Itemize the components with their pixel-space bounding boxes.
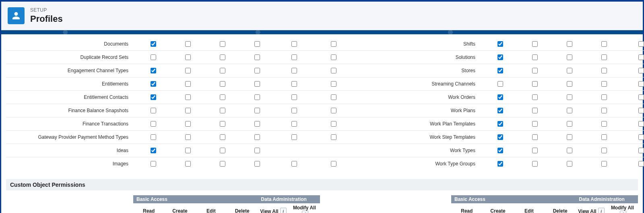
permission-checkbox[interactable] <box>220 134 225 140</box>
permission-checkbox[interactable] <box>151 81 156 87</box>
permission-checkbox[interactable] <box>151 94 156 100</box>
permission-checkbox[interactable] <box>497 81 503 87</box>
permission-checkbox[interactable] <box>185 161 191 167</box>
permission-checkbox[interactable] <box>291 121 297 127</box>
permission-checkbox[interactable] <box>291 41 297 47</box>
permission-checkbox[interactable] <box>532 68 538 73</box>
permission-checkbox[interactable] <box>331 108 336 113</box>
permission-checkbox[interactable] <box>220 161 225 167</box>
permission-checkbox[interactable] <box>291 54 297 60</box>
permission-checkbox[interactable] <box>567 94 572 100</box>
permission-checkbox[interactable] <box>254 134 260 140</box>
permission-checkbox[interactable] <box>151 108 156 113</box>
permission-checkbox[interactable] <box>331 134 336 140</box>
permission-checkbox[interactable] <box>497 108 503 113</box>
permission-checkbox[interactable] <box>220 121 225 127</box>
permission-checkbox[interactable] <box>185 41 191 47</box>
permission-checkbox[interactable] <box>220 148 225 153</box>
permission-checkbox[interactable] <box>220 54 225 60</box>
permission-checkbox[interactable] <box>291 161 297 167</box>
permission-checkbox[interactable] <box>532 108 538 113</box>
permission-checkbox[interactable] <box>254 94 260 100</box>
permission-checkbox[interactable] <box>331 68 336 73</box>
permission-checkbox[interactable] <box>220 41 225 47</box>
permission-checkbox[interactable] <box>567 108 572 113</box>
permission-checkbox[interactable] <box>291 94 297 100</box>
permission-checkbox[interactable] <box>185 134 191 140</box>
permission-checkbox[interactable] <box>254 108 260 113</box>
permission-checkbox[interactable] <box>254 41 260 47</box>
permission-checkbox[interactable] <box>638 148 644 153</box>
permission-checkbox[interactable] <box>291 81 297 87</box>
permission-checkbox[interactable] <box>638 121 644 127</box>
permission-checkbox[interactable] <box>601 81 607 87</box>
permission-checkbox[interactable] <box>185 94 191 100</box>
permission-checkbox[interactable] <box>220 94 225 100</box>
permission-checkbox[interactable] <box>497 134 503 140</box>
permission-checkbox[interactable] <box>638 94 644 100</box>
info-icon[interactable]: i <box>280 208 287 213</box>
permission-checkbox[interactable] <box>331 161 336 167</box>
permission-checkbox[interactable] <box>601 54 607 60</box>
permission-checkbox[interactable] <box>638 108 644 113</box>
permission-checkbox[interactable] <box>638 41 644 47</box>
permission-checkbox[interactable] <box>331 121 336 127</box>
permission-checkbox[interactable] <box>532 94 538 100</box>
permission-checkbox[interactable] <box>532 54 538 60</box>
permission-checkbox[interactable] <box>220 68 225 73</box>
permission-checkbox[interactable] <box>185 148 191 153</box>
permission-checkbox[interactable] <box>185 81 191 87</box>
permission-checkbox[interactable] <box>151 68 156 73</box>
permission-checkbox[interactable] <box>291 108 297 113</box>
permission-checkbox[interactable] <box>185 108 191 113</box>
permission-checkbox[interactable] <box>532 41 538 47</box>
permission-checkbox[interactable] <box>497 41 503 47</box>
permission-checkbox[interactable] <box>291 134 297 140</box>
permission-checkbox[interactable] <box>151 161 156 167</box>
permission-checkbox[interactable] <box>601 108 607 113</box>
permission-checkbox[interactable] <box>567 121 572 127</box>
permission-checkbox[interactable] <box>567 68 572 73</box>
permission-checkbox[interactable] <box>567 148 572 153</box>
permission-checkbox[interactable] <box>151 54 156 60</box>
permission-checkbox[interactable] <box>254 148 260 153</box>
permission-checkbox[interactable] <box>185 54 191 60</box>
permission-checkbox[interactable] <box>497 94 503 100</box>
permission-checkbox[interactable] <box>567 81 572 87</box>
permission-checkbox[interactable] <box>567 41 572 47</box>
permission-checkbox[interactable] <box>567 134 572 140</box>
info-icon[interactable]: i <box>302 211 308 213</box>
permission-checkbox[interactable] <box>601 41 607 47</box>
permission-checkbox[interactable] <box>601 134 607 140</box>
permission-checkbox[interactable] <box>601 68 607 73</box>
permission-checkbox[interactable] <box>601 148 607 153</box>
permission-checkbox[interactable] <box>151 41 156 47</box>
permission-checkbox[interactable] <box>532 121 538 127</box>
permission-checkbox[interactable] <box>151 148 156 153</box>
permission-checkbox[interactable] <box>497 161 503 167</box>
permission-checkbox[interactable] <box>638 134 644 140</box>
permission-checkbox[interactable] <box>532 148 538 153</box>
permission-checkbox[interactable] <box>567 54 572 60</box>
permission-checkbox[interactable] <box>638 68 644 73</box>
permission-checkbox[interactable] <box>331 54 336 60</box>
permission-checkbox[interactable] <box>254 121 260 127</box>
permission-checkbox[interactable] <box>638 54 644 60</box>
permission-checkbox[interactable] <box>601 94 607 100</box>
permission-checkbox[interactable] <box>254 54 260 60</box>
permission-checkbox[interactable] <box>532 134 538 140</box>
permission-checkbox[interactable] <box>497 54 503 60</box>
permission-checkbox[interactable] <box>220 81 225 87</box>
permission-checkbox[interactable] <box>254 81 260 87</box>
permission-checkbox[interactable] <box>185 121 191 127</box>
info-icon[interactable]: i <box>620 211 626 213</box>
permission-checkbox[interactable] <box>497 121 503 127</box>
permission-checkbox[interactable] <box>532 161 538 167</box>
permission-checkbox[interactable] <box>151 121 156 127</box>
permission-checkbox[interactable] <box>638 161 644 167</box>
permission-checkbox[interactable] <box>331 41 336 47</box>
permission-checkbox[interactable] <box>497 148 503 153</box>
permission-checkbox[interactable] <box>291 68 297 73</box>
permission-checkbox[interactable] <box>185 68 191 73</box>
info-icon[interactable]: i <box>598 208 605 213</box>
